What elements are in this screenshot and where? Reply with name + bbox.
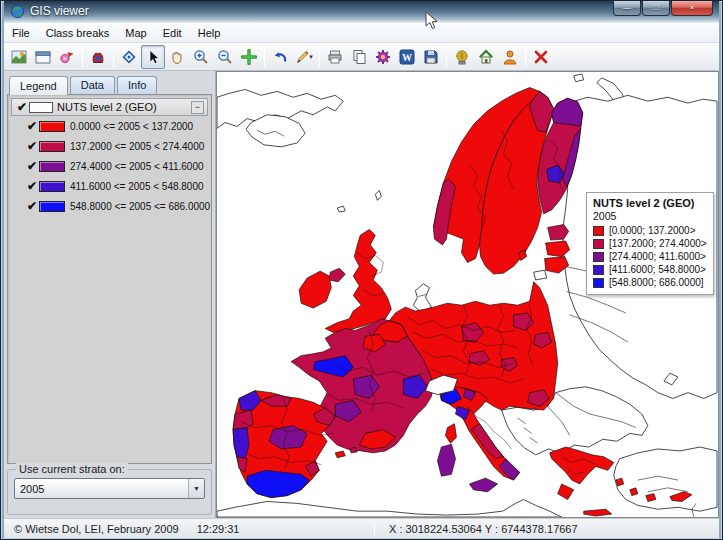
full-extent-button[interactable]	[237, 45, 261, 69]
tab-data[interactable]: Data	[70, 76, 115, 94]
tab-legend[interactable]: Legend	[9, 76, 68, 95]
undo-button[interactable]	[268, 45, 292, 69]
select-arrow-button[interactable]	[141, 45, 165, 69]
menu-help[interactable]: Help	[190, 25, 229, 41]
menu-map[interactable]: Map	[117, 25, 154, 41]
layer-row[interactable]: ✔ NUTS level 2 (GEO) −	[11, 98, 208, 116]
close-button[interactable]: ×	[671, 1, 713, 16]
class-breaks-button[interactable]	[86, 45, 110, 69]
save-button[interactable]	[419, 45, 443, 69]
pencil-dropdown-caret[interactable]: ▾	[309, 53, 313, 61]
toolbar-separator	[319, 47, 320, 67]
collapse-button[interactable]: −	[191, 101, 204, 114]
class-checkbox[interactable]: ✔	[25, 199, 39, 213]
layer-label: NUTS level 2 (GEO)	[57, 101, 191, 113]
title-bar[interactable]: GIS viewer — □ ×	[4, 1, 719, 23]
map-legend-row: [274.4000; 411.6000>	[593, 250, 708, 263]
region-greece	[550, 447, 614, 484]
class-row[interactable]: ✔ 137.2000 <= 2005 < 274.4000	[11, 136, 208, 156]
toolbar-separator	[113, 47, 114, 67]
chevron-down-icon[interactable]: ▼	[188, 479, 204, 498]
map-legend-year: 2005	[593, 210, 708, 222]
class-checkbox[interactable]: ✔	[25, 139, 39, 153]
open-map-button[interactable]	[7, 45, 31, 69]
map-legend-row: [548.8000; 686.0000]	[593, 276, 708, 289]
user-button[interactable]	[498, 45, 522, 69]
map-legend-swatch	[593, 252, 604, 262]
minimize-button[interactable]: —	[613, 1, 641, 16]
tab-info[interactable]: Info	[117, 76, 157, 94]
class-row[interactable]: ✔ 548.8000 <= 2005 <= 686.0000	[11, 196, 208, 216]
navigate-diamond-icon	[121, 49, 137, 65]
map-legend-row: [137.2000; 274.4000>	[593, 237, 708, 250]
word-w-glyph: W	[402, 52, 412, 63]
copy-button[interactable]	[347, 45, 371, 69]
class-checkbox[interactable]: ✔	[25, 119, 39, 133]
region-kaliningrad	[534, 270, 547, 280]
copyright-text: © Wietse Dol, LEI, February 2009	[14, 523, 179, 535]
export-table-icon	[59, 49, 75, 65]
class-swatch	[39, 141, 65, 152]
save-icon	[423, 49, 439, 65]
navigate-button[interactable]	[117, 45, 141, 69]
class-swatch	[39, 181, 65, 192]
window-title: GIS viewer	[30, 4, 89, 18]
close-layer-button[interactable]	[529, 45, 553, 69]
home-icon	[478, 49, 494, 65]
home-button[interactable]	[474, 45, 498, 69]
class-label: 411.6000 <= 2005 < 548.8000	[70, 181, 204, 192]
zoom-in-icon	[193, 49, 209, 65]
class-swatch	[39, 161, 65, 172]
zoom-out-button[interactable]	[213, 45, 237, 69]
web-tools-button[interactable]	[450, 45, 474, 69]
main-area: Legend Data Info ✔ NUTS level 2 (GEO) − …	[4, 71, 719, 518]
layer-checkbox[interactable]: ✔	[15, 100, 29, 114]
statusbar-divider	[374, 522, 375, 535]
word-export-button[interactable]: W	[395, 45, 419, 69]
menu-class-breaks[interactable]: Class breaks	[38, 25, 118, 41]
left-panel: Legend Data Info ✔ NUTS level 2 (GEO) − …	[4, 71, 216, 518]
class-swatch	[39, 201, 65, 212]
map-legend-row: [0.0000; 137.2000>	[593, 224, 708, 237]
region-andalusia	[247, 470, 309, 497]
class-label: 0.0000 <= 2005 < 137.2000	[70, 121, 193, 132]
edit-pencil-icon	[295, 49, 308, 65]
strata-combobox[interactable]: 2005 ▼	[14, 478, 205, 499]
toolbar-separator	[446, 47, 447, 67]
clock-text: 12:29:31	[197, 523, 240, 535]
settings-gear-button[interactable]	[371, 45, 395, 69]
map-coordinates: X : 3018224.53064 Y : 6744378.17667	[389, 523, 578, 535]
class-checkbox[interactable]: ✔	[25, 179, 39, 193]
region-sardinia	[437, 444, 455, 476]
class-label: 274.4000 <= 2005 < 411.6000	[70, 161, 204, 172]
map-legend-box[interactable]: NUTS level 2 (GEO) 2005 [0.0000; 137.200…	[586, 192, 714, 295]
strata-label: Use current strata on:	[16, 463, 128, 475]
map-legend-label: [274.4000; 411.6000>	[609, 251, 706, 262]
export-table-button[interactable]	[55, 45, 79, 69]
form-window-icon	[35, 49, 51, 65]
class-row[interactable]: ✔ 274.4000 <= 2005 < 411.6000	[11, 156, 208, 176]
full-extent-icon	[241, 49, 257, 65]
map-viewport[interactable]: NUTS level 2 (GEO) 2005 [0.0000; 137.200…	[216, 71, 719, 518]
class-label: 548.8000 <= 2005 <= 686.0000	[70, 201, 210, 212]
map-legend-title: NUTS level 2 (GEO)	[593, 197, 708, 209]
region-turkey	[614, 447, 717, 511]
class-swatch	[39, 121, 65, 132]
menu-edit[interactable]: Edit	[155, 25, 190, 41]
zoom-in-button[interactable]	[189, 45, 213, 69]
menu-file[interactable]: File	[4, 25, 38, 41]
edit-pencil-button[interactable]: ▾	[292, 45, 316, 69]
toolbar-separator	[525, 47, 526, 67]
class-row[interactable]: ✔ 411.6000 <= 2005 < 548.8000	[11, 176, 208, 196]
map-legend-swatch	[593, 265, 604, 275]
strata-value: 2005	[15, 483, 188, 495]
map-legend-swatch	[593, 226, 604, 236]
print-button[interactable]	[323, 45, 347, 69]
maximize-button[interactable]: □	[642, 1, 670, 16]
class-checkbox[interactable]: ✔	[25, 159, 39, 173]
print-icon	[327, 49, 343, 65]
pan-button[interactable]	[165, 45, 189, 69]
class-row[interactable]: ✔ 0.0000 <= 2005 < 137.2000	[11, 116, 208, 136]
zoom-out-icon	[217, 49, 233, 65]
form-window-button[interactable]	[31, 45, 55, 69]
